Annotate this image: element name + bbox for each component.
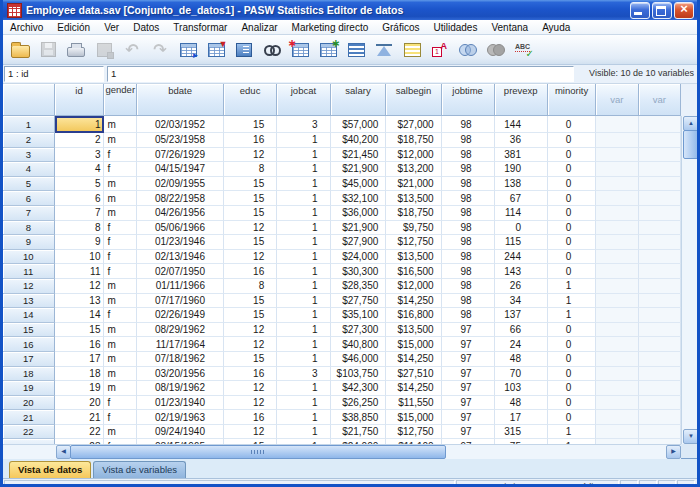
data-cell-id-15[interactable]: 15 bbox=[55, 323, 105, 338]
insert-cases-button[interactable] bbox=[286, 37, 314, 62]
data-cell-salary-19[interactable]: $42,300 bbox=[331, 381, 387, 396]
data-cell-educ-17[interactable]: 15 bbox=[224, 352, 277, 367]
data-cell-educ-1[interactable]: 15 bbox=[224, 116, 277, 133]
data-cell-gender-13[interactable]: m bbox=[104, 294, 137, 309]
data-cell-salbegin-9[interactable]: $12,750 bbox=[386, 235, 441, 250]
data-cell-jobcat-17[interactable]: 1 bbox=[277, 352, 330, 367]
data-cell-id-6[interactable]: 6 bbox=[55, 191, 105, 206]
data-cell-id-18[interactable]: 18 bbox=[55, 367, 105, 382]
data-cell-jobcat-15[interactable]: 1 bbox=[277, 323, 330, 338]
data-cell-minority-18[interactable]: 0 bbox=[548, 367, 596, 382]
data-cell-gender-20[interactable]: f bbox=[104, 396, 137, 411]
row-header-10[interactable]: 10 bbox=[3, 250, 55, 265]
menu-item-ventana[interactable]: Ventana bbox=[484, 21, 535, 34]
data-cell-minority-2[interactable]: 0 bbox=[548, 133, 596, 148]
data-cell-jobtime-17[interactable]: 97 bbox=[442, 352, 495, 367]
column-header-salary[interactable]: salary bbox=[331, 84, 387, 116]
data-cell-id-11[interactable]: 11 bbox=[55, 264, 105, 279]
data-cell-id-12[interactable]: 12 bbox=[55, 279, 105, 294]
data-cell-salary-15[interactable]: $27,300 bbox=[331, 323, 387, 338]
data-cell-id-20[interactable]: 20 bbox=[55, 396, 105, 411]
data-cell-minority-21[interactable]: 0 bbox=[548, 410, 596, 425]
data-cell-minority-10[interactable]: 0 bbox=[548, 250, 596, 265]
data-cell-gender-1[interactable]: m bbox=[104, 116, 137, 133]
empty-var-cell[interactable] bbox=[596, 206, 638, 221]
data-cell-jobtime-9[interactable]: 98 bbox=[442, 235, 495, 250]
empty-var-cell[interactable] bbox=[639, 396, 681, 411]
column-header-educ[interactable]: educ bbox=[224, 84, 277, 116]
data-cell-educ-6[interactable]: 15 bbox=[224, 191, 277, 206]
data-cell-jobtime-18[interactable]: 97 bbox=[442, 367, 495, 382]
empty-var-cell[interactable] bbox=[639, 148, 681, 163]
data-cell-bdate-9[interactable]: 01/23/1946 bbox=[137, 235, 224, 250]
data-cell-jobtime-6[interactable]: 98 bbox=[442, 191, 495, 206]
empty-var-cell[interactable] bbox=[596, 250, 638, 265]
column-header-bdate[interactable]: bdate bbox=[137, 84, 224, 116]
data-cell-minority-1[interactable]: 0 bbox=[548, 116, 596, 133]
empty-var-cell[interactable] bbox=[639, 264, 681, 279]
find-button[interactable] bbox=[258, 37, 286, 62]
data-cell-jobcat-21[interactable]: 1 bbox=[277, 410, 330, 425]
cell-editor-input[interactable]: 1 bbox=[107, 66, 574, 82]
data-cell-jobcat-7[interactable]: 1 bbox=[277, 206, 330, 221]
empty-var-cell[interactable] bbox=[639, 294, 681, 309]
data-cell-salbegin-1[interactable]: $27,000 bbox=[386, 116, 441, 133]
data-cell-bdate-8[interactable]: 05/06/1966 bbox=[137, 221, 224, 236]
data-cell-gender-15[interactable]: m bbox=[104, 323, 137, 338]
data-cell-id-5[interactable]: 5 bbox=[55, 177, 105, 192]
data-cell-jobcat-16[interactable]: 1 bbox=[277, 337, 330, 352]
data-cell-jobtime-8[interactable]: 98 bbox=[442, 221, 495, 236]
empty-var-cell[interactable] bbox=[596, 308, 638, 323]
data-cell-gender-17[interactable]: m bbox=[104, 352, 137, 367]
open-file-button[interactable] bbox=[6, 37, 34, 62]
empty-var-cell[interactable] bbox=[596, 162, 638, 177]
data-cell-gender-10[interactable]: f bbox=[104, 250, 137, 265]
data-cell-salbegin-14[interactable]: $16,800 bbox=[386, 308, 441, 323]
data-cell-salbegin-2[interactable]: $18,750 bbox=[386, 133, 441, 148]
data-cell-jobtime-13[interactable]: 98 bbox=[442, 294, 495, 309]
data-cell-minority-4[interactable]: 0 bbox=[548, 162, 596, 177]
row-header-14[interactable]: 14 bbox=[3, 308, 55, 323]
value-labels-button[interactable] bbox=[426, 37, 454, 62]
data-cell-educ-7[interactable]: 15 bbox=[224, 206, 277, 221]
data-cell-prevexp-16[interactable]: 24 bbox=[495, 337, 548, 352]
data-cell-jobtime-19[interactable]: 97 bbox=[442, 381, 495, 396]
data-cell-gender-14[interactable]: f bbox=[104, 308, 137, 323]
data-cell-jobcat-13[interactable]: 1 bbox=[277, 294, 330, 309]
data-cell-jobtime-2[interactable]: 98 bbox=[442, 133, 495, 148]
data-cell-salbegin-5[interactable]: $21,000 bbox=[386, 177, 441, 192]
row-header-17[interactable]: 17 bbox=[3, 352, 55, 367]
data-cell-salary-1[interactable]: $57,000 bbox=[331, 116, 387, 133]
data-cell-educ-14[interactable]: 15 bbox=[224, 308, 277, 323]
column-header-gender[interactable]: gender bbox=[104, 84, 137, 116]
data-cell-prevexp-15[interactable]: 66 bbox=[495, 323, 548, 338]
data-cell-bdate-19[interactable]: 08/19/1962 bbox=[137, 381, 224, 396]
data-cell-salbegin-19[interactable]: $14,250 bbox=[386, 381, 441, 396]
data-cell-jobcat-20[interactable]: 1 bbox=[277, 396, 330, 411]
menu-item-edici-n[interactable]: Edición bbox=[50, 21, 97, 34]
empty-var-cell[interactable] bbox=[596, 381, 638, 396]
data-cell-educ-13[interactable]: 15 bbox=[224, 294, 277, 309]
print-button[interactable] bbox=[62, 37, 90, 62]
data-cell-minority-17[interactable]: 0 bbox=[548, 352, 596, 367]
data-cell-bdate-3[interactable]: 07/26/1929 bbox=[137, 148, 224, 163]
data-cell-jobtime-12[interactable]: 98 bbox=[442, 279, 495, 294]
data-cell-jobcat-4[interactable]: 1 bbox=[277, 162, 330, 177]
data-cell-jobcat-19[interactable]: 1 bbox=[277, 381, 330, 396]
row-header-2[interactable]: 2 bbox=[3, 133, 55, 148]
data-cell-prevexp-17[interactable]: 48 bbox=[495, 352, 548, 367]
data-cell-bdate-12[interactable]: 01/11/1966 bbox=[137, 279, 224, 294]
insert-variable-button[interactable] bbox=[314, 37, 342, 62]
empty-var-cell[interactable] bbox=[639, 425, 681, 440]
data-cell-jobcat-22[interactable]: 1 bbox=[277, 425, 330, 440]
data-cell-jobtime-7[interactable]: 98 bbox=[442, 206, 495, 221]
data-cell-educ-21[interactable]: 16 bbox=[224, 410, 277, 425]
row-header-18[interactable]: 18 bbox=[3, 367, 55, 382]
data-cell-jobtime-16[interactable]: 97 bbox=[442, 337, 495, 352]
data-cell-salary-8[interactable]: $21,900 bbox=[331, 221, 387, 236]
data-cell-prevexp-19[interactable]: 103 bbox=[495, 381, 548, 396]
data-cell-minority-9[interactable]: 0 bbox=[548, 235, 596, 250]
empty-var-cell[interactable] bbox=[639, 308, 681, 323]
data-cell-educ-4[interactable]: 8 bbox=[224, 162, 277, 177]
data-cell-educ-8[interactable]: 12 bbox=[224, 221, 277, 236]
